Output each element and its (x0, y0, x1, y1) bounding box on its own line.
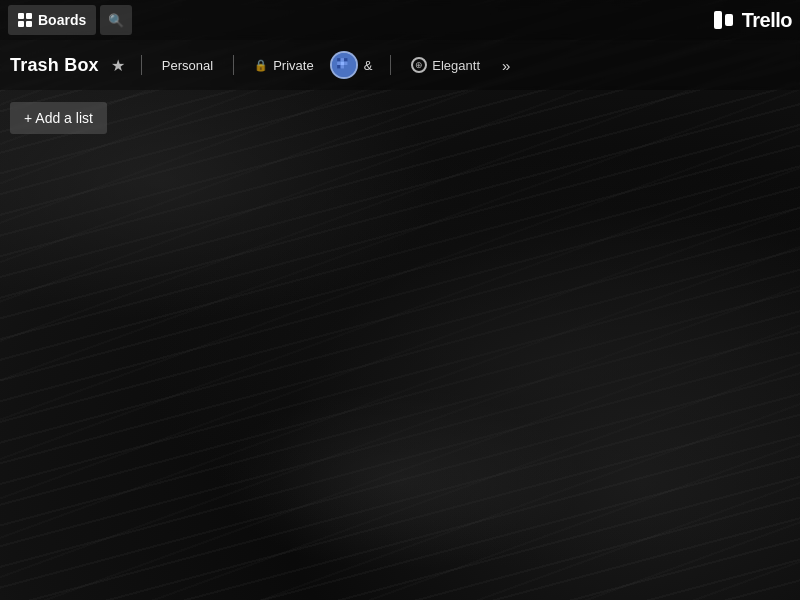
more-button[interactable]: » (496, 53, 516, 78)
member-avatars: & (330, 51, 379, 79)
personal-label: Personal (162, 58, 213, 73)
svg-rect-8 (340, 65, 343, 68)
topbar: Boards 🔍 Trello (0, 0, 800, 40)
logo-bar-left (714, 11, 722, 29)
svg-rect-2 (340, 58, 343, 61)
private-workspace-button[interactable]: 🔒 Private (246, 54, 321, 77)
board-title: Trash Box (10, 55, 99, 76)
svg-rect-4 (337, 62, 340, 65)
svg-rect-5 (340, 62, 343, 65)
svg-rect-9 (344, 65, 347, 68)
elegantt-icon-symbol: ⊕ (415, 60, 423, 70)
personal-workspace-button[interactable]: Personal (154, 54, 221, 77)
star-button[interactable]: ★ (107, 52, 129, 79)
topbar-right: Trello (714, 9, 792, 32)
elegantt-icon: ⊕ (411, 57, 427, 73)
trello-logo-text: Trello (742, 9, 792, 32)
header-divider-2 (233, 55, 234, 75)
svg-rect-6 (344, 62, 347, 65)
svg-rect-7 (337, 65, 340, 68)
header-divider-1 (141, 55, 142, 75)
board-header: Trash Box ★ Personal 🔒 Private (0, 40, 800, 90)
lock-icon: 🔒 (254, 59, 268, 72)
header-divider-3 (390, 55, 391, 75)
boards-button[interactable]: Boards (8, 5, 96, 35)
search-bar[interactable]: 🔍 (100, 5, 132, 35)
elegantt-label: Elegantt (432, 58, 480, 73)
star-icon: ★ (111, 56, 125, 75)
board-content: + Add a list (0, 90, 800, 146)
topbar-left: Boards 🔍 (8, 5, 132, 35)
private-label: Private (273, 58, 313, 73)
elegantt-button[interactable]: ⊕ Elegantt (403, 53, 488, 77)
add-list-button[interactable]: + Add a list (10, 102, 107, 134)
avatar-1[interactable] (330, 51, 358, 79)
svg-rect-3 (344, 58, 347, 61)
trello-logo: Trello (714, 9, 792, 32)
more-icon: » (502, 57, 510, 74)
avatar-1-image (332, 51, 356, 79)
search-icon: 🔍 (108, 13, 124, 28)
svg-rect-1 (337, 58, 340, 61)
add-list-label: + Add a list (24, 110, 93, 126)
boards-label: Boards (38, 12, 86, 28)
and-more-label: & (364, 58, 373, 73)
trello-logo-icon (714, 11, 736, 29)
logo-bar-right (725, 14, 733, 26)
and-more-button[interactable]: & (358, 54, 379, 77)
grid-icon (18, 13, 32, 27)
